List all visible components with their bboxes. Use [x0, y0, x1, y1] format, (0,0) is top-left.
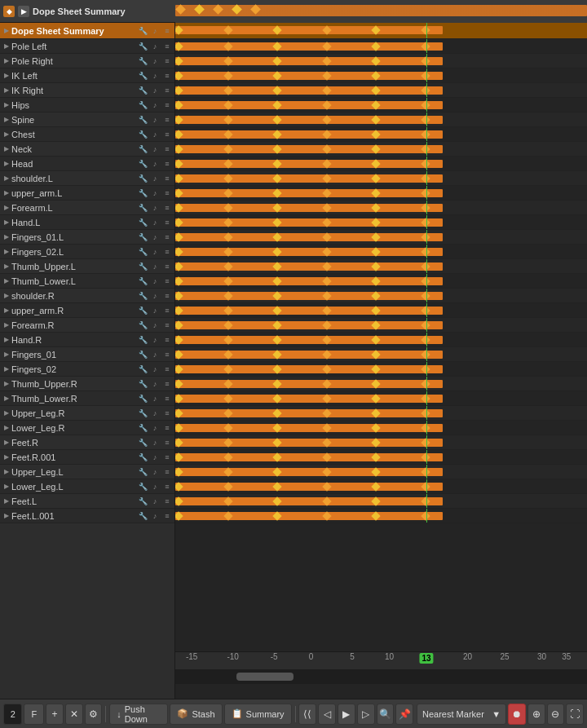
- track-expand-icon[interactable]: ▶: [2, 482, 11, 492]
- track-icon-button[interactable]: ≡: [161, 305, 173, 316]
- track-icon-button[interactable]: ♪: [149, 378, 161, 390]
- track-icon-button[interactable]: ≡: [161, 85, 173, 96]
- track-icon-button[interactable]: ≡: [161, 70, 173, 82]
- track-icon-button[interactable]: ♪: [149, 437, 161, 448]
- track-row[interactable]: ▶Hand.L🔧♪≡: [0, 215, 174, 230]
- track-icon-button[interactable]: ≡: [161, 129, 173, 140]
- track-expand-icon[interactable]: ▶: [2, 26, 11, 36]
- track-icon-button[interactable]: ≡: [161, 290, 173, 302]
- track-icon-button[interactable]: ♪: [149, 246, 161, 258]
- track-expand-icon[interactable]: ▶: [2, 232, 11, 242]
- remove-keyframe-button[interactable]: ✕: [65, 704, 83, 725]
- track-row[interactable]: ▶Fingers_01.L🔧♪≡: [0, 230, 174, 245]
- track-expand-icon[interactable]: ▶: [2, 203, 11, 213]
- track-expand-icon[interactable]: ▶: [2, 42, 11, 51]
- track-icon-button[interactable]: 🔧: [137, 422, 148, 434]
- track-expand-icon[interactable]: ▶: [2, 144, 11, 154]
- track-icon-button[interactable]: ≡: [161, 422, 173, 434]
- track-row[interactable]: ▶Fingers_02🔧♪≡: [0, 362, 174, 377]
- track-row[interactable]: ▶Thumb_Upper.L🔧♪≡: [0, 259, 174, 274]
- track-row[interactable]: ▶Upper_Leg.L🔧♪≡: [0, 465, 174, 479]
- timeline-track-row[interactable]: [175, 245, 587, 259]
- track-expand-icon[interactable]: ▶: [2, 496, 11, 506]
- track-expand-icon[interactable]: ▶: [2, 247, 11, 257]
- track-icon-button[interactable]: ≡: [161, 437, 173, 448]
- frame-number[interactable]: 2: [3, 704, 22, 725]
- track-icon-button[interactable]: ≡: [161, 452, 173, 463]
- track-icon-button[interactable]: ♪: [149, 481, 161, 492]
- track-row[interactable]: ▶Feet.R🔧♪≡: [0, 435, 174, 450]
- track-expand-icon[interactable]: ▶: [2, 159, 11, 169]
- track-icon-button[interactable]: ♪: [149, 452, 161, 463]
- track-expand-icon[interactable]: ▶: [2, 467, 11, 477]
- track-icon-button[interactable]: ♪: [149, 305, 161, 316]
- f-button[interactable]: F: [24, 704, 44, 725]
- track-icon-button[interactable]: ≡: [161, 320, 173, 331]
- track-icon-button[interactable]: ≡: [161, 41, 173, 52]
- timeline-track-row[interactable]: [175, 289, 587, 303]
- track-row[interactable]: ▶upper_arm.R🔧♪≡: [0, 303, 174, 318]
- track-row[interactable]: ▶Chest🔧♪≡: [0, 127, 174, 142]
- track-expand-icon[interactable]: ▶: [2, 188, 11, 198]
- add-keyframe-button[interactable]: +: [46, 704, 64, 725]
- track-icon-button[interactable]: 🔧: [137, 70, 148, 82]
- zoom-out-button[interactable]: ⊖: [547, 704, 565, 725]
- timeline-track-row[interactable]: [175, 450, 587, 465]
- prev-keyframe-button[interactable]: ◁: [318, 704, 336, 725]
- track-expand-icon[interactable]: ▶: [2, 218, 11, 227]
- timeline-track-row[interactable]: [175, 333, 587, 347]
- timeline-track-row[interactable]: [175, 303, 587, 318]
- track-icon-button[interactable]: ♪: [149, 510, 161, 522]
- timeline-track-row[interactable]: [175, 127, 587, 142]
- track-expand-icon[interactable]: ▶: [2, 276, 11, 286]
- track-icon-button[interactable]: 🔧: [137, 129, 148, 140]
- track-icon-button[interactable]: ♪: [149, 114, 161, 126]
- timeline-track-row[interactable]: [175, 479, 587, 494]
- timeline-track-row[interactable]: [175, 23, 587, 39]
- track-icon-button[interactable]: ≡: [161, 364, 173, 375]
- track-icon-button[interactable]: 🔧: [137, 276, 148, 287]
- track-icon-button[interactable]: ≡: [161, 276, 173, 287]
- track-row[interactable]: ▶Pole Right🔧♪≡: [0, 54, 174, 68]
- timeline-track-row[interactable]: [175, 494, 587, 509]
- track-row[interactable]: ▶Hips🔧♪≡: [0, 98, 174, 113]
- track-icon-button[interactable]: ♪: [149, 55, 161, 67]
- track-icon-button[interactable]: ♪: [149, 320, 161, 331]
- track-icon-button[interactable]: ♪: [149, 422, 161, 434]
- settings-button[interactable]: ⚙: [85, 704, 103, 725]
- track-row[interactable]: ▶Thumb_Upper.R🔧♪≡: [0, 377, 174, 391]
- track-icon-button[interactable]: ♪: [149, 466, 161, 478]
- track-icon-button[interactable]: 🔧: [137, 85, 148, 96]
- track-row[interactable]: ▶Thumb_Lower.R🔧♪≡: [0, 391, 174, 406]
- track-row[interactable]: ▶Dope Sheet Summary🔧♪≡: [0, 23, 174, 39]
- track-icon-button[interactable]: ♪: [149, 334, 161, 346]
- track-expand-icon[interactable]: ▶: [2, 364, 11, 374]
- track-icon-button[interactable]: ♪: [149, 364, 161, 375]
- track-icon-button[interactable]: 🔧: [137, 290, 148, 302]
- track-expand-icon[interactable]: ▶: [2, 115, 11, 125]
- track-expand-icon[interactable]: ▶: [2, 100, 11, 110]
- track-icon-button[interactable]: ♪: [149, 349, 161, 360]
- track-icon-button[interactable]: ≡: [161, 408, 173, 419]
- track-row[interactable]: ▶Neck🔧♪≡: [0, 142, 174, 157]
- track-icon-button[interactable]: ♪: [149, 290, 161, 302]
- timeline-track-row[interactable]: [175, 68, 587, 83]
- timeline-track-row[interactable]: [175, 318, 587, 333]
- track-row[interactable]: ▶Spine🔧♪≡: [0, 113, 174, 127]
- track-expand-icon[interactable]: ▶: [2, 438, 11, 448]
- timeline-track-row[interactable]: [175, 259, 587, 274]
- timeline-track-row[interactable]: [175, 157, 587, 171]
- track-expand-icon[interactable]: ▶: [2, 379, 11, 389]
- track-row[interactable]: ▶Forearm.L🔧♪≡: [0, 201, 174, 215]
- track-icon-button[interactable]: ♪: [149, 99, 161, 111]
- track-row[interactable]: ▶Hand.R🔧♪≡: [0, 333, 174, 347]
- track-icon-button[interactable]: ≡: [161, 99, 173, 111]
- summary-button[interactable]: 📋 Summary: [224, 704, 292, 725]
- play-button[interactable]: ▶: [338, 704, 355, 725]
- track-icon-button[interactable]: 🔧: [137, 305, 148, 316]
- timeline-track-row[interactable]: [175, 465, 587, 479]
- timeline-track-row[interactable]: [175, 230, 587, 245]
- timeline-area[interactable]: -15 -10 -5 0 5 10 15 20 25 30 35 13: [175, 23, 587, 699]
- track-row[interactable]: ▶Forearm.R🔧♪≡: [0, 318, 174, 333]
- track-expand-icon[interactable]: ▶: [2, 408, 11, 418]
